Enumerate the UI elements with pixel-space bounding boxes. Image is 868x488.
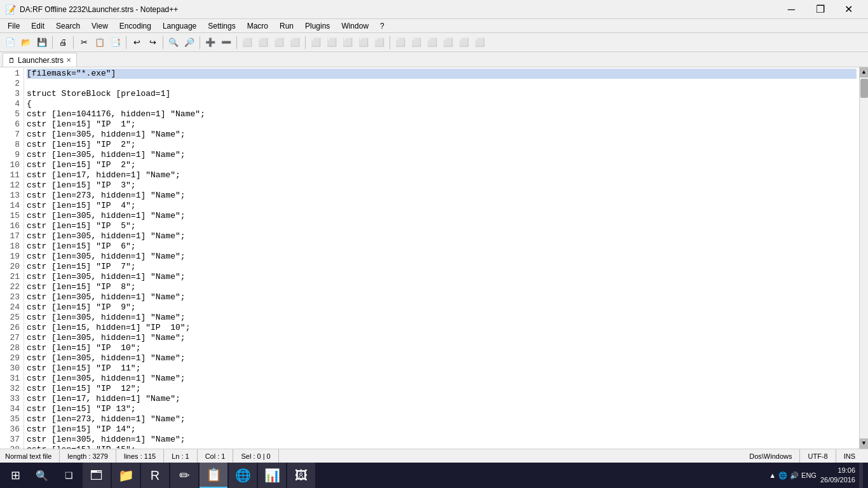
- tray-lang: ENG: [801, 471, 817, 479]
- code-line-29: cstr [len=305, hidden=1] "Name";: [27, 353, 857, 363]
- task-view-button[interactable]: ❑: [56, 463, 81, 488]
- menu-item-?[interactable]: ?: [375, 19, 390, 33]
- line-number-6: 6: [0, 119, 20, 130]
- toolbar-separator: [163, 36, 163, 49]
- title-bar: 📝 DA:RF Offline 2232\Launcher.strs - Not…: [0, 0, 868, 19]
- toolbar-button-16[interactable]: ➕: [203, 35, 218, 50]
- status-encoding: UTF-8: [800, 449, 836, 463]
- toolbar-button-33[interactable]: ⬜: [440, 35, 456, 50]
- show-desktop-button[interactable]: [859, 463, 863, 488]
- close-button[interactable]: ✕: [834, 0, 863, 19]
- tray-volume[interactable]: 🔊: [790, 471, 799, 480]
- toolbar-button-8[interactable]: 📑: [108, 35, 123, 50]
- line-number-8: 8: [0, 140, 20, 150]
- toolbar-button-19[interactable]: ⬜: [240, 35, 255, 50]
- status-lines: lines : 115: [116, 449, 164, 463]
- vertical-scrollbar[interactable]: ▲ ▼: [859, 67, 868, 449]
- toolbar-button-28[interactable]: ⬜: [372, 35, 387, 50]
- toolbar-button-32[interactable]: ⬜: [424, 35, 440, 50]
- line-number-17: 17: [0, 231, 20, 241]
- toolbar-button-1[interactable]: 📂: [18, 35, 34, 50]
- code-line-20: cstr [len=15] "IP 7";: [27, 262, 857, 272]
- tab-close-button[interactable]: ✕: [66, 57, 71, 64]
- code-line-28: cstr [len=15] "IP 10";: [27, 343, 857, 353]
- menu-item-plugins[interactable]: Plugins: [300, 19, 335, 33]
- code-line-36: cstr [len=15] "IP 14";: [27, 424, 857, 435]
- menu-item-encoding[interactable]: Encoding: [114, 19, 156, 33]
- toolbar-button-22[interactable]: ⬜: [287, 35, 302, 50]
- editor-content[interactable]: [filemask="*.exe"]struct StoreBlock [pre…: [24, 67, 859, 449]
- toolbar-button-2[interactable]: 💾: [34, 35, 50, 50]
- folder-app[interactable]: 📁: [112, 463, 140, 488]
- tray-arrow[interactable]: ▲: [769, 471, 776, 479]
- toolbar-button-4[interactable]: 🖨: [55, 35, 71, 50]
- line-number-24: 24: [0, 302, 20, 313]
- minimize-button[interactable]: ─: [777, 0, 806, 19]
- menu-item-run[interactable]: Run: [275, 19, 299, 33]
- file-tab[interactable]: 🗒 Launcher.strs ✕: [3, 53, 77, 67]
- toolbar-button-14[interactable]: 🔎: [182, 35, 197, 50]
- browser-app[interactable]: 🌐: [229, 463, 257, 488]
- image-app[interactable]: 🖼: [287, 463, 315, 488]
- line-number-16: 16: [0, 221, 20, 231]
- maximize-button[interactable]: ❐: [806, 0, 834, 19]
- editor-app2[interactable]: ✏: [170, 463, 198, 488]
- toolbar-button-7[interactable]: 📋: [92, 35, 107, 50]
- toolbar-button-6[interactable]: ✂: [76, 35, 92, 50]
- menu-item-search[interactable]: Search: [51, 19, 85, 33]
- line-number-31: 31: [0, 374, 20, 384]
- code-line-18: cstr [len=15] "IP 6";: [27, 241, 857, 252]
- line-number-2: 2: [0, 79, 20, 89]
- app-icon: 📝: [5, 4, 16, 15]
- menu-item-file[interactable]: File: [3, 19, 25, 33]
- line-number-5: 5: [0, 109, 20, 119]
- line-number-3: 3: [0, 89, 20, 99]
- toolbar-button-31[interactable]: ⬜: [409, 35, 424, 50]
- menu-item-settings[interactable]: Settings: [203, 19, 240, 33]
- search-button[interactable]: 🔍: [29, 463, 55, 488]
- toolbar-button-13[interactable]: 🔍: [166, 35, 181, 50]
- spreadsheet-app[interactable]: 📊: [258, 463, 286, 488]
- code-line-7: cstr [len=305, hidden=1] "Name";: [27, 130, 857, 140]
- toolbar-button-24[interactable]: ⬜: [308, 35, 323, 50]
- toolbar-button-27[interactable]: ⬜: [356, 35, 371, 50]
- toolbar-button-34[interactable]: ⬜: [456, 35, 471, 50]
- toolbar-button-35[interactable]: ⬜: [472, 35, 487, 50]
- toolbar-button-21[interactable]: ⬜: [271, 35, 287, 50]
- toolbar-button-10[interactable]: ↩: [129, 35, 144, 50]
- toolbar-button-17[interactable]: ➖: [219, 35, 234, 50]
- menu-item-edit[interactable]: Edit: [26, 19, 50, 33]
- line-number-11: 11: [0, 170, 20, 180]
- toolbar-button-11[interactable]: ↪: [145, 35, 160, 50]
- code-line-34: cstr [len=15] "IP 13";: [27, 404, 857, 414]
- clock-date: 26/09/2016: [820, 475, 855, 485]
- file-explorer-app[interactable]: 🗔: [83, 463, 111, 488]
- code-line-17: cstr [len=305, hidden=1] "Name";: [27, 231, 857, 241]
- line-number-18: 18: [0, 241, 20, 252]
- toolbar-separator: [73, 36, 74, 49]
- system-clock[interactable]: 19:06 26/09/2016: [820, 466, 855, 485]
- code-line-3: struct StoreBlock [preload=1]: [27, 89, 857, 99]
- toolbar-button-20[interactable]: ⬜: [255, 35, 271, 50]
- toolbar-button-0[interactable]: 📄: [3, 35, 18, 50]
- toolbar-button-26[interactable]: ⬜: [340, 35, 355, 50]
- status-filetype: Normal text file: [5, 449, 60, 463]
- line-number-37: 37: [0, 435, 20, 445]
- code-line-32: cstr [len=15] "IP 12";: [27, 384, 857, 394]
- start-button[interactable]: ⊞: [3, 463, 28, 488]
- toolbar-button-25[interactable]: ⬜: [324, 35, 339, 50]
- line-number-30: 30: [0, 363, 20, 374]
- line-number-13: 13: [0, 191, 20, 201]
- menu-item-view[interactable]: View: [86, 19, 113, 33]
- menu-item-macro[interactable]: Macro: [242, 19, 273, 33]
- line-number-27: 27: [0, 333, 20, 343]
- menu-item-language[interactable]: Language: [158, 19, 201, 33]
- tab-icon: 🗒: [8, 57, 15, 64]
- notepad-taskbar[interactable]: 📋: [200, 463, 227, 488]
- menu-item-window[interactable]: Window: [336, 19, 374, 33]
- line-number-12: 12: [0, 180, 20, 191]
- status-col: Col : 1: [198, 449, 234, 463]
- toolbar-button-30[interactable]: ⬜: [393, 35, 408, 50]
- line-number-25: 25: [0, 313, 20, 323]
- r-app[interactable]: R: [141, 463, 169, 488]
